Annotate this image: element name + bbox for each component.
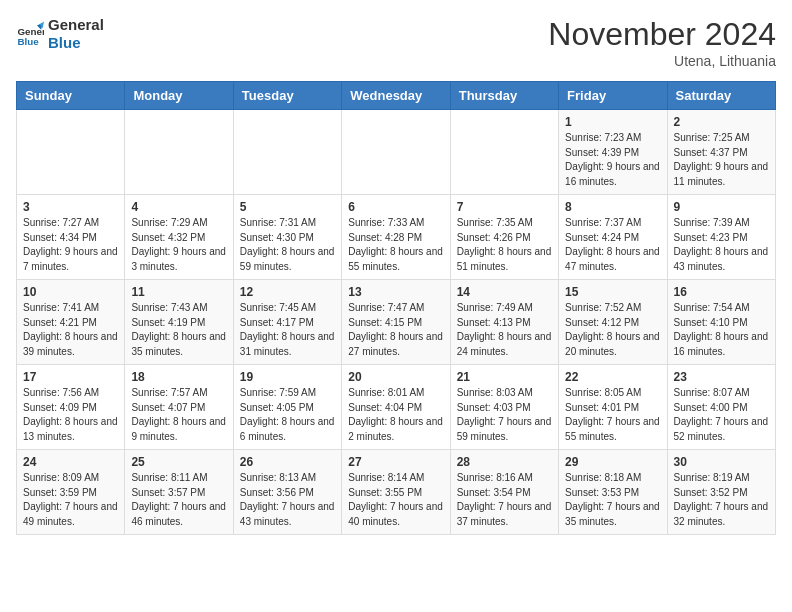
day-number: 8 [565, 200, 660, 214]
day-number: 5 [240, 200, 335, 214]
logo-blue: Blue [48, 34, 104, 52]
month-title: November 2024 [548, 16, 776, 53]
day-cell: 15Sunrise: 7:52 AMSunset: 4:12 PMDayligh… [559, 280, 667, 365]
day-cell: 10Sunrise: 7:41 AMSunset: 4:21 PMDayligh… [17, 280, 125, 365]
logo: General Blue General Blue [16, 16, 104, 52]
day-info: Sunrise: 7:23 AMSunset: 4:39 PMDaylight:… [565, 131, 660, 189]
day-info: Sunrise: 7:27 AMSunset: 4:34 PMDaylight:… [23, 216, 118, 274]
day-cell: 9Sunrise: 7:39 AMSunset: 4:23 PMDaylight… [667, 195, 775, 280]
day-info: Sunrise: 8:14 AMSunset: 3:55 PMDaylight:… [348, 471, 443, 529]
week-row-1: 1Sunrise: 7:23 AMSunset: 4:39 PMDaylight… [17, 110, 776, 195]
day-cell: 14Sunrise: 7:49 AMSunset: 4:13 PMDayligh… [450, 280, 558, 365]
week-row-4: 17Sunrise: 7:56 AMSunset: 4:09 PMDayligh… [17, 365, 776, 450]
logo-icon: General Blue [16, 20, 44, 48]
day-info: Sunrise: 8:05 AMSunset: 4:01 PMDaylight:… [565, 386, 660, 444]
day-number: 24 [23, 455, 118, 469]
day-info: Sunrise: 7:37 AMSunset: 4:24 PMDaylight:… [565, 216, 660, 274]
day-cell: 7Sunrise: 7:35 AMSunset: 4:26 PMDaylight… [450, 195, 558, 280]
day-number: 9 [674, 200, 769, 214]
day-cell: 21Sunrise: 8:03 AMSunset: 4:03 PMDayligh… [450, 365, 558, 450]
day-cell: 28Sunrise: 8:16 AMSunset: 3:54 PMDayligh… [450, 450, 558, 535]
day-info: Sunrise: 7:33 AMSunset: 4:28 PMDaylight:… [348, 216, 443, 274]
day-cell: 3Sunrise: 7:27 AMSunset: 4:34 PMDaylight… [17, 195, 125, 280]
day-cell: 1Sunrise: 7:23 AMSunset: 4:39 PMDaylight… [559, 110, 667, 195]
day-cell: 24Sunrise: 8:09 AMSunset: 3:59 PMDayligh… [17, 450, 125, 535]
day-cell: 11Sunrise: 7:43 AMSunset: 4:19 PMDayligh… [125, 280, 233, 365]
day-info: Sunrise: 7:35 AMSunset: 4:26 PMDaylight:… [457, 216, 552, 274]
day-number: 7 [457, 200, 552, 214]
day-number: 11 [131, 285, 226, 299]
logo-general: General [48, 16, 104, 34]
day-info: Sunrise: 8:19 AMSunset: 3:52 PMDaylight:… [674, 471, 769, 529]
day-cell: 16Sunrise: 7:54 AMSunset: 4:10 PMDayligh… [667, 280, 775, 365]
day-cell: 27Sunrise: 8:14 AMSunset: 3:55 PMDayligh… [342, 450, 450, 535]
day-number: 14 [457, 285, 552, 299]
day-cell: 20Sunrise: 8:01 AMSunset: 4:04 PMDayligh… [342, 365, 450, 450]
day-info: Sunrise: 7:54 AMSunset: 4:10 PMDaylight:… [674, 301, 769, 359]
day-cell: 19Sunrise: 7:59 AMSunset: 4:05 PMDayligh… [233, 365, 341, 450]
day-number: 12 [240, 285, 335, 299]
day-number: 18 [131, 370, 226, 384]
day-number: 15 [565, 285, 660, 299]
title-block: November 2024 Utena, Lithuania [548, 16, 776, 69]
day-number: 17 [23, 370, 118, 384]
weekday-header-sunday: Sunday [17, 82, 125, 110]
day-cell: 5Sunrise: 7:31 AMSunset: 4:30 PMDaylight… [233, 195, 341, 280]
day-info: Sunrise: 8:13 AMSunset: 3:56 PMDaylight:… [240, 471, 335, 529]
day-info: Sunrise: 7:31 AMSunset: 4:30 PMDaylight:… [240, 216, 335, 274]
day-cell: 30Sunrise: 8:19 AMSunset: 3:52 PMDayligh… [667, 450, 775, 535]
day-cell: 23Sunrise: 8:07 AMSunset: 4:00 PMDayligh… [667, 365, 775, 450]
day-cell: 17Sunrise: 7:56 AMSunset: 4:09 PMDayligh… [17, 365, 125, 450]
weekday-header-tuesday: Tuesday [233, 82, 341, 110]
day-info: Sunrise: 8:03 AMSunset: 4:03 PMDaylight:… [457, 386, 552, 444]
day-info: Sunrise: 8:16 AMSunset: 3:54 PMDaylight:… [457, 471, 552, 529]
day-info: Sunrise: 7:56 AMSunset: 4:09 PMDaylight:… [23, 386, 118, 444]
page-header: General Blue General Blue November 2024 … [16, 16, 776, 69]
day-cell: 18Sunrise: 7:57 AMSunset: 4:07 PMDayligh… [125, 365, 233, 450]
day-cell: 25Sunrise: 8:11 AMSunset: 3:57 PMDayligh… [125, 450, 233, 535]
day-cell [450, 110, 558, 195]
day-info: Sunrise: 8:01 AMSunset: 4:04 PMDaylight:… [348, 386, 443, 444]
day-cell: 12Sunrise: 7:45 AMSunset: 4:17 PMDayligh… [233, 280, 341, 365]
week-row-5: 24Sunrise: 8:09 AMSunset: 3:59 PMDayligh… [17, 450, 776, 535]
day-cell: 29Sunrise: 8:18 AMSunset: 3:53 PMDayligh… [559, 450, 667, 535]
day-cell: 26Sunrise: 8:13 AMSunset: 3:56 PMDayligh… [233, 450, 341, 535]
day-number: 21 [457, 370, 552, 384]
day-info: Sunrise: 7:43 AMSunset: 4:19 PMDaylight:… [131, 301, 226, 359]
day-info: Sunrise: 7:25 AMSunset: 4:37 PMDaylight:… [674, 131, 769, 189]
day-number: 13 [348, 285, 443, 299]
day-info: Sunrise: 7:47 AMSunset: 4:15 PMDaylight:… [348, 301, 443, 359]
day-number: 29 [565, 455, 660, 469]
location: Utena, Lithuania [548, 53, 776, 69]
day-info: Sunrise: 8:18 AMSunset: 3:53 PMDaylight:… [565, 471, 660, 529]
day-number: 6 [348, 200, 443, 214]
day-cell [125, 110, 233, 195]
day-cell: 2Sunrise: 7:25 AMSunset: 4:37 PMDaylight… [667, 110, 775, 195]
day-info: Sunrise: 8:11 AMSunset: 3:57 PMDaylight:… [131, 471, 226, 529]
day-number: 27 [348, 455, 443, 469]
svg-text:Blue: Blue [17, 36, 39, 47]
day-cell: 8Sunrise: 7:37 AMSunset: 4:24 PMDaylight… [559, 195, 667, 280]
day-cell: 13Sunrise: 7:47 AMSunset: 4:15 PMDayligh… [342, 280, 450, 365]
day-info: Sunrise: 7:29 AMSunset: 4:32 PMDaylight:… [131, 216, 226, 274]
day-number: 26 [240, 455, 335, 469]
day-number: 1 [565, 115, 660, 129]
day-number: 30 [674, 455, 769, 469]
day-info: Sunrise: 7:45 AMSunset: 4:17 PMDaylight:… [240, 301, 335, 359]
day-number: 10 [23, 285, 118, 299]
day-number: 25 [131, 455, 226, 469]
day-info: Sunrise: 8:09 AMSunset: 3:59 PMDaylight:… [23, 471, 118, 529]
day-info: Sunrise: 7:59 AMSunset: 4:05 PMDaylight:… [240, 386, 335, 444]
day-number: 19 [240, 370, 335, 384]
day-number: 2 [674, 115, 769, 129]
day-number: 20 [348, 370, 443, 384]
weekday-header-saturday: Saturday [667, 82, 775, 110]
day-info: Sunrise: 7:57 AMSunset: 4:07 PMDaylight:… [131, 386, 226, 444]
day-number: 23 [674, 370, 769, 384]
day-cell: 4Sunrise: 7:29 AMSunset: 4:32 PMDaylight… [125, 195, 233, 280]
weekday-header-friday: Friday [559, 82, 667, 110]
day-info: Sunrise: 7:52 AMSunset: 4:12 PMDaylight:… [565, 301, 660, 359]
day-info: Sunrise: 7:41 AMSunset: 4:21 PMDaylight:… [23, 301, 118, 359]
week-row-2: 3Sunrise: 7:27 AMSunset: 4:34 PMDaylight… [17, 195, 776, 280]
weekday-header-monday: Monday [125, 82, 233, 110]
